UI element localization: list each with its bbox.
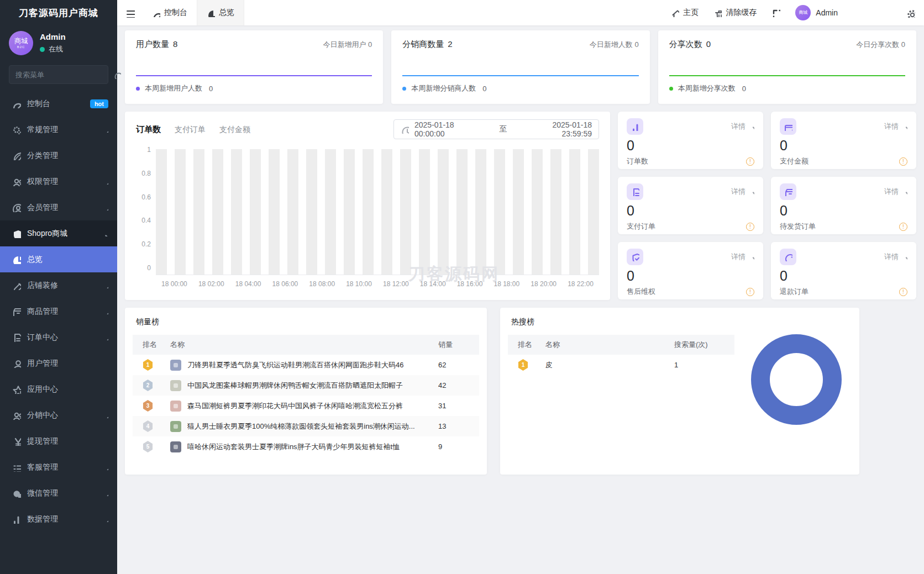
product-thumbnail (170, 441, 181, 452)
mini-card-grid: 详情0订单数!详情0支付金额!详情0支付订单!详情0待发货订单!详情0售后维权!… (618, 112, 916, 300)
mini-card-wallet: 详情0支付金额! (771, 112, 916, 169)
y-tick-label: 0.2 (141, 240, 151, 248)
sidebar-item-app[interactable]: 应用中心 (0, 376, 117, 402)
mini-card-icon-wrap (780, 249, 796, 265)
sidebar-item-service[interactable]: 客服管理 (0, 454, 117, 480)
stat-week: 本周新增分享次数 0 (669, 83, 905, 93)
withdraw-icon (12, 436, 21, 446)
chart-tab-orders[interactable]: 订单数 (136, 124, 161, 135)
stat-card-users: 用户数量8 今日新增用户 0 本周新增用户人数 0 (125, 30, 383, 104)
bar (193, 149, 204, 275)
legend-dot (669, 87, 673, 91)
x-axis: 18 00:0018 02:0018 04:0018 06:0018 08:00… (156, 280, 599, 288)
date-from[interactable]: 2025-01-18 00:00:00 (414, 120, 484, 138)
sidebar-item-dashboard[interactable]: 控制台hot (0, 91, 117, 117)
sidebar-item-user[interactable]: 用户管理 (0, 350, 117, 376)
distribution-icon (12, 410, 21, 420)
sidebar-item-permission[interactable]: 权限管理 (0, 168, 117, 194)
detail-link[interactable]: 详情 (731, 252, 754, 262)
sidebar-item-distribution[interactable]: 分销中心 (0, 402, 117, 428)
rank-medal: 2 (143, 380, 153, 391)
chevron-left-icon (102, 334, 108, 340)
detail-link[interactable]: 详情 (731, 187, 754, 197)
column-header: 搜索量(次) (672, 340, 730, 350)
mini-card-value: 0 (780, 139, 907, 152)
table-row: 1刀锋男鞋夏季透气防臭飞织运动鞋男潮流百搭休闲网面跑步鞋大码4662 (133, 355, 479, 375)
bar (569, 149, 580, 275)
sidebar-item-wechat[interactable]: 微信管理 (0, 480, 117, 506)
stat-row: 用户数量8 今日新增用户 0 本周新增用户人数 0 分销商数量2 (125, 30, 916, 104)
tab-overview[interactable]: 总览 (197, 0, 244, 25)
detail-label: 详情 (731, 122, 746, 131)
tab-console[interactable]: 控制台 (143, 0, 197, 25)
chart-tabs: 订单数 支付订单 支付金额 (136, 124, 250, 135)
hot-search-title: 热搜榜 (508, 314, 852, 335)
detail-link[interactable]: 详情 (884, 122, 907, 131)
sidebar-item-shop[interactable]: Shopro商城 (0, 220, 117, 246)
topbar-user[interactable]: 商城 Admin (795, 5, 838, 20)
sidebar-item-category[interactable]: 分类管理 (0, 143, 117, 168)
bar (419, 149, 430, 275)
permission-icon (12, 177, 21, 186)
mini-card-value: 0 (780, 204, 907, 218)
sidebar-item-settings[interactable]: 常规管理 (0, 117, 117, 143)
stat-title: 用户数量8 (136, 39, 177, 50)
sidebar-item-decoration[interactable]: 店铺装修 (0, 272, 117, 298)
hot-search-table: 排名名称搜索量(次)1皮1 (508, 335, 734, 375)
sidebar-item-member[interactable]: 会员管理 (0, 194, 117, 220)
menu-toggle-icon[interactable] (117, 0, 143, 25)
bar-background (400, 149, 411, 275)
sidebar-item-label: 分销中心 (27, 410, 58, 420)
search-input[interactable] (15, 71, 113, 79)
sidebar-item-goods[interactable]: 商品管理 (0, 298, 117, 324)
bar (231, 149, 242, 275)
mini-card-label: 待发货订单 (780, 222, 816, 231)
mini-card-bottom: 订单数! (627, 156, 754, 166)
name-text: 猫人男士睡衣男夏季100%纯棉薄款圆领套头短袖套装男ins潮休闲运动... (187, 422, 415, 431)
orders-chart-card: 订单数 支付订单 支付金额 2025-01-18 00:00:00 至 2025… (125, 112, 610, 300)
sidebar-item-withdraw[interactable]: 提现管理 (0, 428, 117, 454)
sidebar-item-data[interactable]: 数据管理 (0, 506, 117, 532)
sidebar-profile[interactable]: 商城 B2C Admin 在线 (0, 25, 117, 62)
bar-background (193, 149, 204, 275)
mini-card-label: 退款订单 (780, 287, 809, 297)
y-tick-label: 0 (147, 264, 151, 272)
name-text: 刀锋男鞋夏季透气防臭飞织运动鞋男潮流百搭休闲网面跑步鞋大码46 (187, 360, 403, 370)
rank-medal: 4 (143, 420, 153, 432)
fullscreen-icon[interactable] (771, 8, 780, 17)
detail-link[interactable]: 详情 (731, 122, 754, 131)
detail-link[interactable]: 详情 (884, 187, 907, 197)
column-header: 名称 (170, 340, 436, 350)
mini-card-label: 支付订单 (627, 222, 655, 231)
column-header: 名称 (545, 340, 672, 350)
bottom-row: 销量榜 排名名称销量1刀锋男鞋夏季透气防臭飞织运动鞋男潮流百搭休闲网面跑步鞋大码… (125, 308, 916, 475)
mini-card-icon-wrap (780, 183, 796, 200)
settings-icon (12, 125, 21, 134)
sidebar-item-overview[interactable]: 总览 (0, 246, 117, 272)
settings-gear-icon[interactable] (906, 8, 915, 18)
member-icon (12, 203, 21, 212)
x-tick-label: 18 18:00 (488, 280, 525, 288)
date-range-picker[interactable]: 2025-01-18 00:00:00 至 2025-01-18 23:59:5… (393, 119, 599, 139)
bar-background (231, 149, 242, 275)
clear-cache-button[interactable]: 清除缓存 (713, 8, 757, 18)
rank-cell: 1 (512, 359, 545, 371)
mini-card-shield: 详情0售后维权! (618, 242, 763, 299)
sidebar-item-order[interactable]: 订单中心 (0, 324, 117, 350)
home-button[interactable]: 主页 (671, 8, 699, 18)
bar-background (156, 149, 167, 275)
date-to[interactable]: 2025-01-18 23:59:59 (523, 120, 592, 138)
bar-background (588, 149, 599, 275)
mini-card-top: 详情 (627, 183, 754, 200)
bar-background (381, 149, 392, 275)
chevron-left-icon (102, 127, 108, 133)
mini-card-bottom: 支付金额! (780, 156, 907, 166)
chart-tab-paid-orders[interactable]: 支付订单 (175, 125, 206, 135)
column-header: 排名 (512, 340, 545, 350)
detail-link[interactable]: 详情 (884, 252, 907, 262)
mini-card-label: 售后维权 (627, 287, 655, 297)
online-dot (40, 47, 45, 52)
chart-tab-paid-amount[interactable]: 支付金额 (219, 125, 250, 135)
name-text: 皮 (545, 360, 553, 370)
bar-background (438, 149, 449, 275)
